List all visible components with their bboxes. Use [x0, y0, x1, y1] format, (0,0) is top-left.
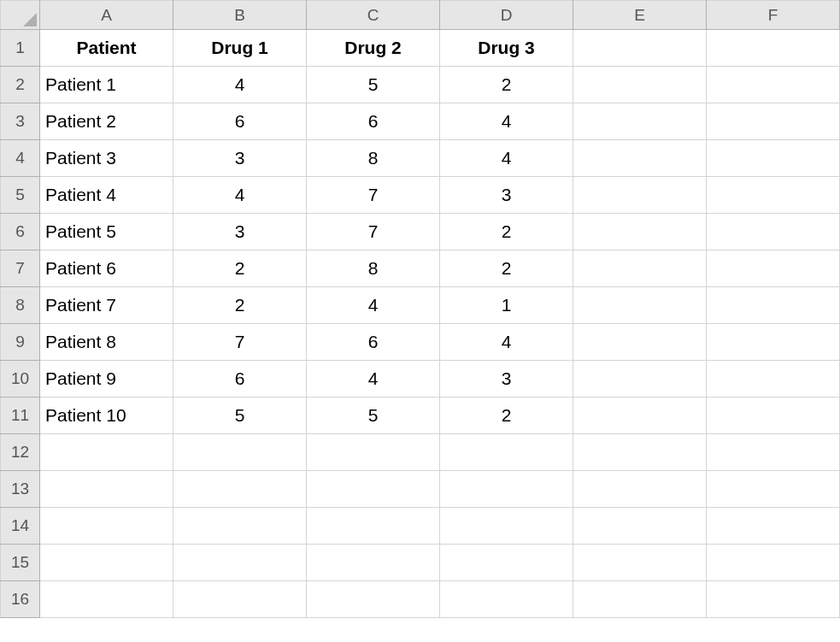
cell-D11[interactable]: 2	[440, 398, 573, 434]
row-header-9[interactable]: 9	[1, 324, 40, 361]
cell-B3[interactable]: 6	[173, 103, 307, 140]
cell-F3[interactable]	[707, 103, 840, 140]
cell-B12[interactable]	[173, 434, 307, 471]
cell-C15[interactable]	[307, 545, 440, 581]
cell-A9[interactable]: Patient 8	[40, 324, 173, 361]
cell-E7[interactable]	[573, 250, 707, 287]
cell-D8[interactable]: 1	[440, 287, 573, 324]
row-header-14[interactable]: 14	[1, 508, 40, 545]
cell-D2[interactable]: 2	[440, 67, 573, 103]
cell-F11[interactable]	[707, 398, 840, 434]
cell-B15[interactable]	[173, 545, 307, 581]
col-header-D[interactable]: D	[440, 1, 573, 30]
cell-A5[interactable]: Patient 4	[40, 177, 173, 214]
row-header-1[interactable]: 1	[1, 30, 40, 67]
cell-F8[interactable]	[707, 287, 840, 324]
cell-C5[interactable]: 7	[307, 177, 440, 214]
cell-F1[interactable]	[707, 30, 840, 67]
cell-E15[interactable]	[573, 545, 707, 581]
cell-B1[interactable]: Drug 1	[173, 30, 307, 67]
cell-A3[interactable]: Patient 2	[40, 103, 173, 140]
cell-C2[interactable]: 5	[307, 67, 440, 103]
cell-F5[interactable]	[707, 177, 840, 214]
cell-B7[interactable]: 2	[173, 250, 307, 287]
select-all-corner[interactable]	[1, 1, 40, 30]
col-header-A[interactable]: A	[40, 1, 173, 30]
cell-E4[interactable]	[573, 140, 707, 177]
cell-F6[interactable]	[707, 214, 840, 250]
col-header-B[interactable]: B	[173, 1, 307, 30]
cell-E1[interactable]	[573, 30, 707, 67]
cell-E2[interactable]	[573, 67, 707, 103]
row-header-7[interactable]: 7	[1, 250, 40, 287]
row-header-4[interactable]: 4	[1, 140, 40, 177]
cell-D1[interactable]: Drug 3	[440, 30, 573, 67]
cell-B11[interactable]: 5	[173, 398, 307, 434]
cell-D16[interactable]	[440, 581, 573, 618]
col-header-F[interactable]: F	[707, 1, 840, 30]
cell-C10[interactable]: 4	[307, 361, 440, 398]
cell-D5[interactable]: 3	[440, 177, 573, 214]
cell-D15[interactable]	[440, 545, 573, 581]
cell-F16[interactable]	[707, 581, 840, 618]
row-header-8[interactable]: 8	[1, 287, 40, 324]
cell-C6[interactable]: 7	[307, 214, 440, 250]
cell-C14[interactable]	[307, 508, 440, 545]
cell-B2[interactable]: 4	[173, 67, 307, 103]
cell-A8[interactable]: Patient 7	[40, 287, 173, 324]
row-header-10[interactable]: 10	[1, 361, 40, 398]
row-header-13[interactable]: 13	[1, 471, 40, 508]
cell-A14[interactable]	[40, 508, 173, 545]
cell-E3[interactable]	[573, 103, 707, 140]
row-header-6[interactable]: 6	[1, 214, 40, 250]
cell-C4[interactable]: 8	[307, 140, 440, 177]
cell-E8[interactable]	[573, 287, 707, 324]
cell-A15[interactable]	[40, 545, 173, 581]
cell-A6[interactable]: Patient 5	[40, 214, 173, 250]
cell-A10[interactable]: Patient 9	[40, 361, 173, 398]
cell-B13[interactable]	[173, 471, 307, 508]
cell-E13[interactable]	[573, 471, 707, 508]
cell-E12[interactable]	[573, 434, 707, 471]
row-header-5[interactable]: 5	[1, 177, 40, 214]
cell-C7[interactable]: 8	[307, 250, 440, 287]
cell-B8[interactable]: 2	[173, 287, 307, 324]
row-header-3[interactable]: 3	[1, 103, 40, 140]
cell-C12[interactable]	[307, 434, 440, 471]
cell-A7[interactable]: Patient 6	[40, 250, 173, 287]
cell-B4[interactable]: 3	[173, 140, 307, 177]
cell-D12[interactable]	[440, 434, 573, 471]
cell-F9[interactable]	[707, 324, 840, 361]
cell-C16[interactable]	[307, 581, 440, 618]
cell-B14[interactable]	[173, 508, 307, 545]
cell-F13[interactable]	[707, 471, 840, 508]
cell-E16[interactable]	[573, 581, 707, 618]
cell-F10[interactable]	[707, 361, 840, 398]
cell-E14[interactable]	[573, 508, 707, 545]
cell-A16[interactable]	[40, 581, 173, 618]
cell-F4[interactable]	[707, 140, 840, 177]
col-header-E[interactable]: E	[573, 1, 707, 30]
cell-E11[interactable]	[573, 398, 707, 434]
cell-A12[interactable]	[40, 434, 173, 471]
cell-C8[interactable]: 4	[307, 287, 440, 324]
cell-C1[interactable]: Drug 2	[307, 30, 440, 67]
cell-A2[interactable]: Patient 1	[40, 67, 173, 103]
cell-F15[interactable]	[707, 545, 840, 581]
cell-D14[interactable]	[440, 508, 573, 545]
cell-D4[interactable]: 4	[440, 140, 573, 177]
cell-D9[interactable]: 4	[440, 324, 573, 361]
cell-B16[interactable]	[173, 581, 307, 618]
cell-F12[interactable]	[707, 434, 840, 471]
cell-E9[interactable]	[573, 324, 707, 361]
cell-D3[interactable]: 4	[440, 103, 573, 140]
cell-C3[interactable]: 6	[307, 103, 440, 140]
row-header-11[interactable]: 11	[1, 398, 40, 434]
cell-A13[interactable]	[40, 471, 173, 508]
cell-D7[interactable]: 2	[440, 250, 573, 287]
cell-C13[interactable]	[307, 471, 440, 508]
cell-A11[interactable]: Patient 10	[40, 398, 173, 434]
cell-D13[interactable]	[440, 471, 573, 508]
row-header-16[interactable]: 16	[1, 581, 40, 618]
cell-E6[interactable]	[573, 214, 707, 250]
